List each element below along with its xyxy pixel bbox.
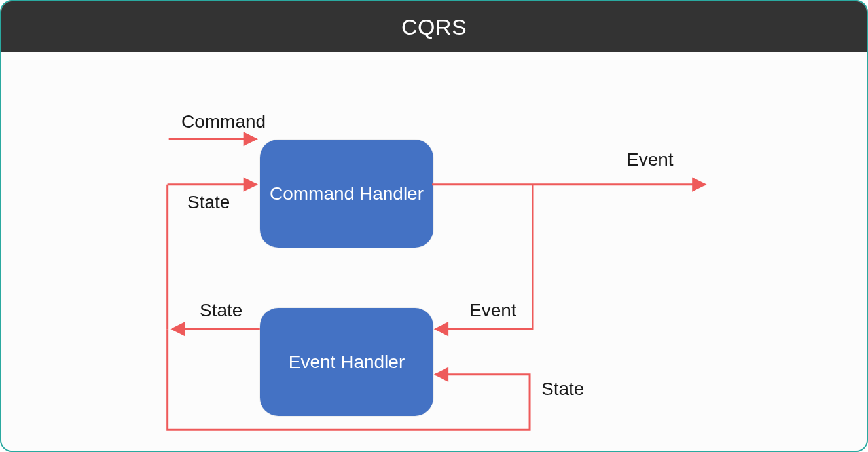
command-handler-node: Command Handler [260,140,433,248]
command-handler-label: Command Handler [270,183,424,204]
arrow-layer [1,52,867,451]
title-text: CQRS [401,14,467,40]
title-bar: CQRS [1,1,867,52]
label-state-into-evt: State [541,379,584,400]
diagram-frame: CQRS Command Handler Event Handler Comma… [0,0,868,452]
label-event-into-evt: Event [469,300,516,321]
label-event-out: Event [626,149,674,170]
event-handler-label: Event Handler [289,352,405,373]
event-handler-node: Event Handler [260,308,433,416]
diagram-canvas: Command Handler Event Handler Command St… [1,52,867,451]
label-command: Command [181,111,266,132]
label-state-into-cmd: State [187,192,230,213]
label-state-out: State [200,300,242,321]
